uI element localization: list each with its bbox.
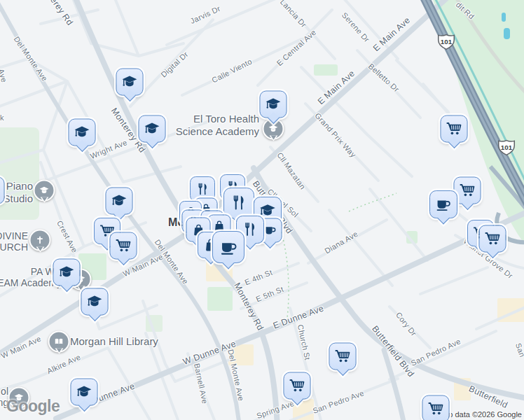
- church-poi-label: DIVINECHURCH: [0, 230, 28, 253]
- street-label: k: [0, 113, 4, 122]
- library-icon: [53, 336, 65, 348]
- restaurant-icon: [242, 221, 258, 238]
- graduation-cap-pin[interactable]: [53, 259, 81, 286]
- restaurant-icon: [195, 182, 210, 197]
- shopping-cart-icon: [446, 121, 462, 137]
- church-icon: [34, 234, 46, 246]
- graduation-cap-pin[interactable]: [139, 115, 166, 143]
- church-poi-marker[interactable]: [29, 230, 51, 251]
- school-poi-marker[interactable]: [34, 180, 55, 202]
- shopping-cart-pin[interactable]: [479, 225, 506, 253]
- us-101-shield: 101: [497, 139, 516, 156]
- shopping-cart-icon: [289, 378, 305, 394]
- graduation-cap-icon: [144, 121, 160, 137]
- graduation-cap-icon: [59, 265, 75, 281]
- restaurant-icon: [230, 194, 248, 212]
- graduation-cap-pin[interactable]: [260, 91, 287, 118]
- shopping-cart-icon: [460, 183, 476, 199]
- graduation-cap-pin[interactable]: [71, 379, 98, 406]
- shopping-cart-icon: [335, 349, 351, 365]
- school-poi-label: PianoStudio: [3, 180, 33, 204]
- google-logo[interactable]: Google: [6, 397, 60, 416]
- shopping-cart-pin[interactable]: [441, 115, 468, 143]
- graduation-cap-pin[interactable]: [106, 188, 133, 215]
- graduation-cap-pin[interactable]: [0, 177, 5, 204]
- shopping-cart-icon: [116, 238, 132, 254]
- graduation-cap-icon: [122, 74, 138, 90]
- shopping-cart-icon: [428, 401, 444, 417]
- restaurant-pin[interactable]: [223, 188, 254, 218]
- library-poi-marker[interactable]: [48, 331, 70, 353]
- library-poi-label: Morgan Hill Library: [70, 335, 158, 347]
- shopping-cart-pin[interactable]: [454, 177, 481, 204]
- svg-text:101: 101: [501, 144, 513, 151]
- graduation-cap-pin[interactable]: [81, 288, 109, 316]
- map-attribution[interactable]: Map data ©2026 Google: [438, 410, 522, 419]
- us-101-shield: 101: [437, 34, 455, 50]
- graduation-cap-icon: [266, 97, 282, 113]
- shopping-cart-pin[interactable]: [110, 232, 137, 260]
- coffee-cup-simple-icon: [263, 223, 277, 237]
- shopping-cart-pin[interactable]: [329, 343, 357, 370]
- school-icon: [268, 123, 280, 135]
- map-canvas[interactable]: erey RdDel Monte AveAvekJarvis DrDigital…: [0, 0, 524, 420]
- school-poi-label: El Toro HealthScience Academy: [176, 113, 259, 137]
- coffee-cup-icon: [435, 196, 452, 213]
- coffee-cup-icon: [219, 238, 238, 257]
- shopping-cart-icon: [485, 231, 501, 247]
- graduation-cap-icon: [111, 193, 127, 209]
- coffee-cup-pin[interactable]: [212, 231, 244, 263]
- graduation-cap-icon: [76, 384, 92, 400]
- school-icon: [39, 185, 50, 197]
- svg-text:101: 101: [441, 38, 453, 46]
- shopping-cart-pin[interactable]: [422, 396, 450, 420]
- graduation-cap-pin[interactable]: [116, 69, 144, 96]
- graduation-cap-pin[interactable]: [69, 119, 96, 146]
- shopping-cart-pin[interactable]: [284, 372, 311, 400]
- graduation-cap-icon: [74, 125, 90, 141]
- graduation-cap-icon: [87, 294, 103, 310]
- coffee-cup-pin[interactable]: [429, 190, 457, 218]
